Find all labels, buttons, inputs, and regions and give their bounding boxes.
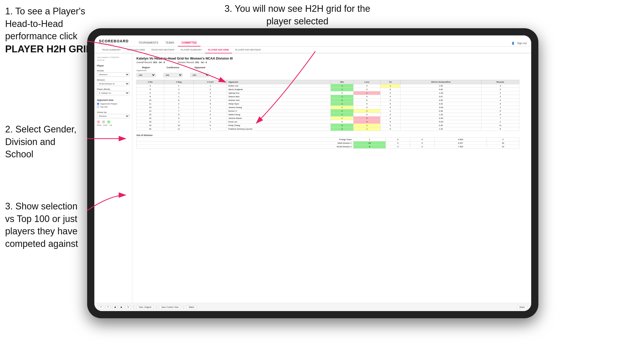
legend-dot-down xyxy=(97,120,100,123)
instruction-step3-left: 3. Show selection vs Top 100 or just pla… xyxy=(5,200,85,250)
legend-up-label: Up xyxy=(110,124,112,126)
watch-button[interactable]: Watch xyxy=(186,305,197,309)
col-loss: Loss xyxy=(354,80,380,84)
overall-record: Overall Record: 353 - 34 - 6 xyxy=(136,61,165,64)
logo-subtext: Powered by clippd xyxy=(99,43,129,45)
opponent-select[interactable]: (All) xyxy=(190,73,209,77)
sidebar-timestamp: Last Updated: 27/03/2024 16:55:38 xyxy=(97,56,129,62)
forward-button[interactable]: ▶ xyxy=(119,305,124,309)
main-data-table: # Div # Reg # Conf Opponent Win Loss Tie… xyxy=(136,80,519,131)
table-row: 14 7 4 Eunice Yi 2 2 0 0.38 9 xyxy=(137,109,519,113)
logo-area: SCOREBOARD Powered by clippd xyxy=(99,39,129,46)
redo-button[interactable]: ↷ xyxy=(105,305,111,309)
table-row: 9 1 4 Sharon Mun 1 0 0 3.67 3 xyxy=(137,95,519,99)
tablet-screen: SCOREBOARD Powered by clippd TOURNAMENTS… xyxy=(94,35,531,311)
instruction-step3-right: 3. You will now see H2H grid for the pla… xyxy=(223,3,372,27)
region-select[interactable]: (All) xyxy=(136,73,156,77)
col-rounds: Rounds xyxy=(481,80,519,84)
conference-select[interactable]: (All) xyxy=(163,73,183,77)
legend-dot-level xyxy=(102,120,105,123)
player-section-label: Player xyxy=(97,64,129,67)
table-row: 6 3 3 Sydney Kuo 0 1 0 -1.00 3 xyxy=(137,91,519,95)
colour-by-label: Colour by xyxy=(97,111,129,113)
bottom-toolbar: ↶ ↷ ◀ ▶ ↻ View: Original Save Custom Vie… xyxy=(94,303,531,311)
step2-text: 2. Select Gender, Division and School xyxy=(5,123,85,161)
nav-tournaments[interactable]: TOURNAMENTS xyxy=(135,40,162,46)
colour-by-select[interactable]: Win/loss xyxy=(97,114,129,118)
opponent-view-section: Opponent view Opponents Played Top 100 xyxy=(97,99,129,108)
table-row: 5 2 2 Alexis Sudjianto 1 0 0 4.00 3 xyxy=(137,88,519,91)
division-select[interactable]: NCAA Division III xyxy=(97,82,129,86)
region-filter-title: Region xyxy=(136,66,156,69)
table-row: 10 6 3 Andrea York 2 0 0 4.00 4 xyxy=(137,99,519,102)
opp-spacer xyxy=(190,69,209,72)
opponent-filter-group: Opponent (All) xyxy=(190,66,209,77)
conference-filter-group: Conference (All) xyxy=(163,66,183,77)
top-navigation: SCOREBOARD Powered by clippd TOURNAMENTS… xyxy=(94,35,531,47)
instruction-step1: 1. To see a Player's Head-to-Head perfor… xyxy=(5,5,100,55)
gender-label: Gender xyxy=(97,70,129,72)
undo-button[interactable]: ↶ xyxy=(98,305,104,309)
player-section: Player xyxy=(97,64,129,67)
out-div-row: NAIA Division 1 15 0 0 9.267 30 xyxy=(137,141,519,145)
table-row: 16 3 4 Jessica Mason 1 2 0 -0.94 7 xyxy=(137,117,519,120)
opponents-filter-label: Opponents: xyxy=(136,69,156,72)
col-opponent: Opponent xyxy=(227,80,330,84)
division-label: Division xyxy=(97,79,129,81)
step1-text: 1. To see a Player's Head-to-Head perfor… xyxy=(5,6,85,41)
table-row: 11 2 5 Heejo Hyun 1 0 0 3.33 3 xyxy=(137,102,519,106)
col-div: # Div xyxy=(137,80,164,84)
out-of-division-label: Out of division xyxy=(136,134,527,137)
legend-dot-up xyxy=(107,120,110,123)
records-row: Overall Record: 353 - 34 - 6 Division Re… xyxy=(136,61,527,64)
view-original-button[interactable]: View: Original xyxy=(136,305,154,309)
nav-teams[interactable]: TEAMS xyxy=(162,40,178,46)
back-button[interactable]: ◀ xyxy=(112,305,117,309)
sidebar: Last Updated: 27/03/2024 16:55:38 Player… xyxy=(94,53,132,303)
gender-select[interactable]: Women's xyxy=(97,72,129,77)
player-rank-select[interactable]: 8. Katelyn Vo xyxy=(97,91,129,95)
main-area: Last Updated: 27/03/2024 16:55:38 Player… xyxy=(94,53,531,303)
conference-filter-title: Conference xyxy=(163,66,183,69)
logo-text: SCOREBOARD xyxy=(99,39,129,43)
sub-nav-player-summary[interactable]: PLAYER SUMMARY xyxy=(178,47,205,53)
player-rank-section: Player (Rank) 8. Katelyn Vo xyxy=(97,88,129,95)
sub-nav-team-summary[interactable]: TEAM SUMMARY xyxy=(99,47,124,53)
step1-bold: PLAYER H2H GRID xyxy=(5,44,100,55)
grid-title: Katelyn Vo Head-to-Head Grid for Women's… xyxy=(136,56,527,60)
col-reg: # Reg xyxy=(164,80,194,84)
legend-down-label: Down xyxy=(97,124,102,126)
out-div-row: NCAA Division 2 5 0 0 7.400 10 xyxy=(137,145,519,149)
radio-opponents-played[interactable]: Opponents Played xyxy=(97,103,129,105)
user-icon: 👤 xyxy=(511,42,515,45)
table-row: 20 11 7 Federica Domecq Lacroze 2 1 0 1.… xyxy=(137,127,519,131)
instruction-step2: 2. Select Gender, Division and School xyxy=(5,123,85,161)
refresh-button[interactable]: ↻ xyxy=(126,305,131,309)
step3-right-text: 3. You will now see H2H grid for the pla… xyxy=(223,3,372,27)
conf-spacer xyxy=(163,69,183,72)
table-row: 3 1 1 Esther Lee 1 0 1 1.50 4 xyxy=(137,84,519,88)
division-record: Division Record: 331 - 34 - 6 xyxy=(178,61,207,64)
col-tie: Tie xyxy=(380,80,400,84)
table-row: 19 10 6 Emily Chang 4 1 0 0.30 11 xyxy=(137,124,519,127)
tablet-device: SCOREBOARD Powered by clippd TOURNAMENTS… xyxy=(87,28,538,318)
colour-legend: Down Level Up xyxy=(97,120,129,126)
gender-section: Gender Women's xyxy=(97,70,129,77)
sub-nav-player-h2h-grid[interactable]: PLAYER H2H GRID xyxy=(205,47,232,53)
share-button[interactable]: Share xyxy=(517,305,527,309)
nav-committee[interactable]: COMMITTEE xyxy=(178,40,200,46)
sub-nav-team-h2h-grid[interactable]: TEAM H2H GRID xyxy=(124,47,148,53)
sign-out-link[interactable]: Sign out xyxy=(517,42,527,45)
table-row: 15 8 5 Stella Cheng 1 0 0 1.25 4 xyxy=(137,113,519,117)
app-container: SCOREBOARD Powered by clippd TOURNAMENTS… xyxy=(94,35,531,311)
col-diff: Diff Av Strokes/Rnd xyxy=(400,80,481,84)
radio-top-100[interactable]: Top 100 xyxy=(97,106,129,108)
save-custom-view-button[interactable]: Save Custom View xyxy=(159,305,181,309)
out-division-table: Foreign Team 1 0 0 4.500 2 NAIA Division… xyxy=(136,138,519,149)
sub-nav-player-h2h-heatmap[interactable]: PLAYER H2H HEATMAP xyxy=(232,47,264,53)
legend-level-label: Level xyxy=(103,124,109,126)
region-filter-group: Region Opponents: (All) xyxy=(136,66,156,77)
data-content: Katelyn Vo Head-to-Head Grid for Women's… xyxy=(132,53,531,303)
col-win: Win xyxy=(330,80,353,84)
sub-nav-team-h2h-heatmap[interactable]: TEAM H2H HEATMAP xyxy=(148,47,178,53)
